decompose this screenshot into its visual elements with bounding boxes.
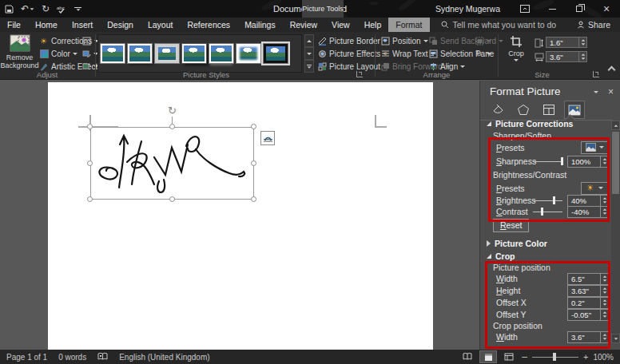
minimize-button[interactable] [539, 0, 566, 18]
size-dialog-launcher-icon[interactable] [593, 71, 599, 77]
selection-handle-top-right[interactable] [251, 124, 256, 129]
sharpen-presets-dropdown[interactable] [581, 141, 609, 154]
picture-styles-gallery[interactable] [97, 34, 302, 73]
picture-style-6[interactable] [236, 44, 260, 63]
panel-close-icon[interactable]: × [608, 86, 614, 97]
brightness-value[interactable]: 40% [568, 196, 600, 205]
wrap-text-button[interactable]: Wrap Text [381, 48, 435, 59]
web-layout-view-icon[interactable] [501, 351, 517, 362]
picture-color-header[interactable]: Picture Color [487, 239, 547, 248]
read-mode-view-icon[interactable] [459, 351, 475, 362]
zoom-slider[interactable] [532, 353, 578, 361]
position-button[interactable]: Position [381, 35, 428, 46]
width-stepper[interactable] [578, 52, 586, 61]
shape-width-value[interactable]: 3.6" [546, 53, 578, 61]
picture-width-stepper[interactable] [600, 274, 608, 284]
picture-style-7-selected[interactable] [264, 44, 288, 63]
contrast-value[interactable]: -40% [568, 208, 600, 216]
save-icon[interactable] [5, 5, 14, 14]
print-layout-view-icon[interactable] [480, 351, 496, 362]
crop-width-spinbox[interactable]: 3.6" [567, 331, 609, 343]
effects-tab[interactable] [514, 101, 533, 118]
picture-style-1[interactable] [101, 44, 125, 63]
restore-button[interactable] [566, 0, 593, 18]
picture-corrections-header[interactable]: Picture Corrections [487, 119, 573, 129]
document-area[interactable]: ↻ [0, 81, 479, 350]
tab-mailings[interactable]: Mailings [237, 18, 283, 32]
gallery-scroll-down-button[interactable] [304, 47, 314, 60]
zoom-in-button[interactable]: + [583, 352, 588, 362]
reset-button[interactable]: Reset [493, 219, 529, 232]
panel-scrollbar[interactable] [611, 121, 620, 343]
shape-height-value[interactable]: 1.6" [546, 38, 578, 47]
zoom-level[interactable]: 100% [593, 353, 614, 362]
offset-y-stepper[interactable] [600, 310, 608, 320]
shape-width-field[interactable]: 3.6" [535, 51, 587, 62]
sharpness-stepper[interactable] [600, 156, 608, 167]
ribbon-display-options-icon[interactable] [511, 0, 539, 18]
tab-view[interactable]: View [324, 18, 357, 32]
tab-review[interactable]: Review [283, 18, 324, 32]
picture-width-value[interactable]: 6.5" [568, 275, 600, 283]
sharpness-slider[interactable] [533, 157, 562, 165]
sharpness-value[interactable]: 100% [568, 157, 600, 166]
crop-width-value[interactable]: 3.6" [568, 333, 600, 342]
rotate-objects-button[interactable]: ↻ [475, 48, 491, 59]
contrast-spinbox[interactable]: -40% [567, 206, 609, 218]
rotation-handle-icon[interactable]: ↻ [166, 105, 178, 117]
picture-height-value[interactable]: 3.63" [568, 287, 600, 295]
contrast-slider[interactable] [533, 208, 562, 216]
selection-handle-top-center[interactable] [169, 124, 175, 129]
scrollbar-thumb[interactable] [612, 132, 619, 194]
share-button[interactable]: Share [577, 18, 620, 32]
selection-handle-bottom-left[interactable] [87, 196, 93, 202]
selection-handle-bottom-center[interactable] [169, 196, 175, 202]
selection-handle-middle-right[interactable] [251, 160, 256, 166]
zoom-out-button[interactable]: – [522, 351, 527, 362]
tab-format[interactable]: Format [388, 18, 429, 32]
picture-style-2[interactable] [128, 44, 152, 63]
redo-icon[interactable]: ↻ [42, 3, 50, 14]
customize-quick-access-icon[interactable] [74, 7, 81, 11]
scroll-down-button[interactable] [611, 334, 620, 343]
undo-icon[interactable]: ↶ [21, 3, 34, 14]
tab-help[interactable]: Help [357, 18, 389, 32]
crop-width-stepper[interactable] [600, 332, 608, 342]
selection-handle-bottom-right[interactable] [251, 196, 256, 202]
collapse-ribbon-button[interactable] [609, 65, 614, 74]
brightness-slider[interactable] [533, 196, 562, 204]
picture-height-spinbox[interactable]: 3.63" [567, 285, 609, 297]
account-user-name[interactable]: Sydney Mugerwa [435, 0, 500, 18]
picture-style-4[interactable] [182, 44, 206, 63]
word-count[interactable]: 0 words [58, 353, 86, 362]
picture-styles-dialog-launcher-icon[interactable] [356, 71, 363, 77]
crop-button[interactable]: Crop [504, 35, 528, 61]
compress-pictures-button[interactable] [82, 35, 91, 46]
page-indicator[interactable]: Page 1 of 1 [6, 353, 47, 362]
image-selection-border[interactable] [90, 127, 254, 200]
tab-insert[interactable]: Insert [65, 18, 100, 32]
spelling-check-icon[interactable]: abc [57, 5, 67, 14]
close-button[interactable]: × [593, 0, 620, 18]
layout-options-button[interactable] [260, 131, 275, 145]
scroll-up-button[interactable] [611, 121, 620, 130]
remove-background-button[interactable]: Remove Background [2, 34, 37, 70]
panel-menu-chevron-icon[interactable] [594, 91, 598, 93]
offset-y-spinbox[interactable]: -0.05" [567, 309, 609, 321]
crop-header[interactable]: Crop [487, 251, 515, 261]
selection-handle-top-left[interactable] [87, 124, 93, 129]
layout-and-properties-tab[interactable] [539, 101, 558, 118]
gallery-scroll-up-button[interactable] [304, 34, 314, 47]
offset-y-value[interactable]: -0.05" [568, 311, 600, 319]
selection-handle-middle-left[interactable] [87, 160, 93, 166]
height-stepper[interactable] [578, 38, 586, 47]
offset-x-value[interactable]: 0.2" [568, 299, 600, 307]
brightness-stepper[interactable] [600, 196, 608, 206]
brightness-presets-dropdown[interactable]: ☀ [581, 182, 609, 195]
tab-layout[interactable]: Layout [141, 18, 181, 32]
tab-references[interactable]: References [180, 18, 237, 32]
offset-x-stepper[interactable] [600, 298, 608, 308]
tell-me-search[interactable]: Tell me what you want to do [430, 18, 557, 32]
tab-design[interactable]: Design [100, 18, 141, 32]
crop-corner-mark-horizontal[interactable] [375, 126, 387, 128]
